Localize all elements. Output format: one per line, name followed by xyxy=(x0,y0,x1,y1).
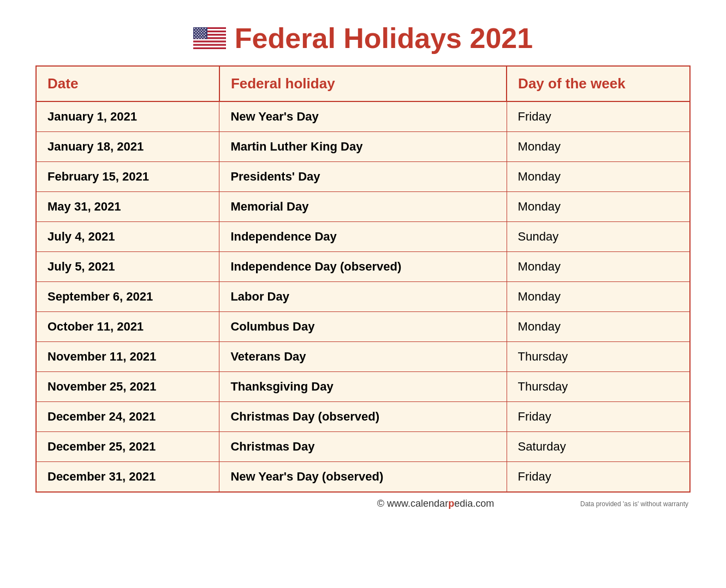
table-row: November 25, 2021Thanksgiving DayThursda… xyxy=(37,372,689,402)
cell-day: Sunday xyxy=(507,222,689,252)
cell-holiday: Labor Day xyxy=(219,282,507,312)
cell-day: Monday xyxy=(507,162,689,192)
table-row: May 31, 2021Memorial DayMonday xyxy=(37,192,689,222)
svg-point-22 xyxy=(204,29,205,31)
us-flag-icon xyxy=(193,27,226,49)
cell-date: July 4, 2021 xyxy=(37,222,219,252)
cell-day: Thursday xyxy=(507,342,689,372)
table-header-row: Date Federal holiday Day of the week xyxy=(37,67,689,101)
footer-disclaimer: Data provided 'as is' without warranty xyxy=(568,500,688,508)
cell-date: October 11, 2021 xyxy=(37,312,219,342)
table-row: February 15, 2021Presidents' DayMonday xyxy=(37,162,689,192)
cell-date: May 31, 2021 xyxy=(37,192,219,222)
col-header-day: Day of the week xyxy=(507,67,689,101)
svg-point-30 xyxy=(201,32,202,33)
svg-rect-10 xyxy=(193,44,226,46)
svg-rect-9 xyxy=(193,43,226,44)
table-row: January 18, 2021Martin Luther King DayMo… xyxy=(37,132,689,162)
svg-point-17 xyxy=(202,28,203,29)
col-header-holiday: Federal holiday xyxy=(219,67,507,101)
page-wrapper: Federal Holidays 2021 Date Federal holid… xyxy=(19,11,707,520)
table-row: July 5, 2021Independence Day (observed)M… xyxy=(37,252,689,282)
copyright-symbol: © www.calendar xyxy=(377,498,448,509)
page-title: Federal Holidays 2021 xyxy=(235,22,533,55)
cell-holiday: Veterans Day xyxy=(219,342,507,372)
cell-date: September 6, 2021 xyxy=(37,282,219,312)
cell-date: January 1, 2021 xyxy=(37,101,219,132)
cell-day: Friday xyxy=(507,462,689,492)
cell-date: November 25, 2021 xyxy=(37,372,219,402)
svg-point-35 xyxy=(202,34,203,35)
cell-holiday: Columbus Day xyxy=(219,312,507,342)
cell-holiday: Presidents' Day xyxy=(219,162,507,192)
svg-point-40 xyxy=(204,35,205,36)
cell-holiday: Independence Day xyxy=(219,222,507,252)
svg-point-23 xyxy=(194,31,195,32)
svg-rect-12 xyxy=(193,47,226,49)
table-row: December 31, 2021New Year's Day (observe… xyxy=(37,462,689,492)
cell-holiday: Independence Day (observed) xyxy=(219,252,507,282)
cell-date: February 15, 2021 xyxy=(37,162,219,192)
cell-day: Friday xyxy=(507,402,689,432)
svg-point-49 xyxy=(204,38,205,39)
svg-point-41 xyxy=(194,37,195,38)
cell-holiday: Martin Luther King Day xyxy=(219,132,507,162)
cell-date: July 5, 2021 xyxy=(37,252,219,282)
footer-copyright: © www.calendarpedia.com xyxy=(303,498,568,509)
cell-day: Monday xyxy=(507,282,689,312)
svg-point-31 xyxy=(204,32,205,33)
cell-date: December 24, 2021 xyxy=(37,402,219,432)
cell-date: December 25, 2021 xyxy=(37,432,219,462)
svg-rect-11 xyxy=(193,46,226,47)
svg-point-20 xyxy=(198,29,199,31)
svg-rect-7 xyxy=(193,39,226,41)
svg-point-28 xyxy=(195,32,197,33)
cell-day: Saturday xyxy=(507,432,689,462)
svg-point-47 xyxy=(198,38,199,39)
table-row: September 6, 2021Labor DayMonday xyxy=(37,282,689,312)
svg-point-16 xyxy=(199,28,200,29)
svg-point-45 xyxy=(205,37,206,38)
cell-holiday: Thanksgiving Day xyxy=(219,372,507,402)
cell-day: Monday xyxy=(507,312,689,342)
holidays-table-container: Date Federal holiday Day of the week Jan… xyxy=(35,65,691,493)
cell-day: Monday xyxy=(507,192,689,222)
cell-date: November 11, 2021 xyxy=(37,342,219,372)
svg-point-15 xyxy=(197,28,198,29)
svg-point-26 xyxy=(202,31,203,32)
table-row: December 24, 2021Christmas Day (observed… xyxy=(37,402,689,432)
cell-holiday: Christmas Day xyxy=(219,432,507,462)
cell-day: Friday xyxy=(507,101,689,132)
svg-point-48 xyxy=(201,38,202,39)
table-row: July 4, 2021Independence DaySunday xyxy=(37,222,689,252)
svg-point-27 xyxy=(205,31,206,32)
svg-point-33 xyxy=(197,34,198,35)
svg-point-19 xyxy=(195,29,197,31)
cell-day: Monday xyxy=(507,132,689,162)
col-header-date: Date xyxy=(37,67,219,101)
cell-holiday: New Year's Day (observed) xyxy=(219,462,507,492)
cell-day: Thursday xyxy=(507,372,689,402)
svg-point-44 xyxy=(202,37,203,38)
holidays-table: Date Federal holiday Day of the week Jan… xyxy=(37,67,689,491)
svg-point-34 xyxy=(199,34,200,35)
copyright-end: edia.com xyxy=(454,498,494,509)
cell-holiday: New Year's Day xyxy=(219,101,507,132)
svg-point-24 xyxy=(197,31,198,32)
svg-point-25 xyxy=(199,31,200,32)
table-row: December 25, 2021Christmas DaySaturday xyxy=(37,432,689,462)
cell-date: January 18, 2021 xyxy=(37,132,219,162)
table-row: October 11, 2021Columbus DayMonday xyxy=(37,312,689,342)
table-row: January 1, 2021New Year's DayFriday xyxy=(37,101,689,132)
svg-point-21 xyxy=(201,29,202,31)
table-row: November 11, 2021Veterans DayThursday xyxy=(37,342,689,372)
svg-point-38 xyxy=(198,35,199,36)
svg-point-42 xyxy=(197,37,198,38)
svg-point-18 xyxy=(205,28,206,29)
svg-point-32 xyxy=(194,34,195,35)
svg-point-36 xyxy=(205,34,206,35)
cell-day: Monday xyxy=(507,252,689,282)
svg-point-37 xyxy=(195,35,197,36)
cell-date: December 31, 2021 xyxy=(37,462,219,492)
svg-point-29 xyxy=(198,32,199,33)
